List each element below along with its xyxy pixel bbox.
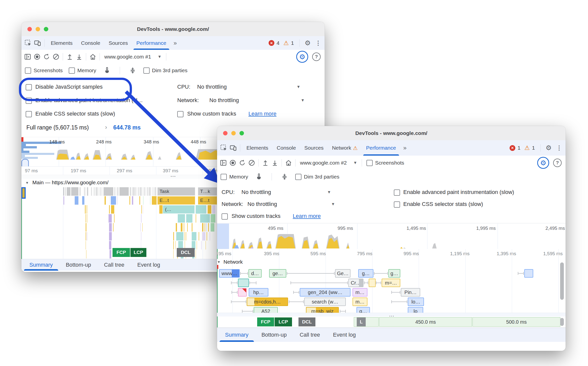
expander-icon[interactable]: ▼	[217, 260, 221, 264]
timing-badge-lcp[interactable]: LCP	[275, 317, 292, 326]
flame-segment[interactable]	[65, 187, 66, 196]
expander-icon[interactable]: ▼	[25, 181, 29, 185]
clear-icon[interactable]	[247, 158, 256, 168]
flame-segment[interactable]	[140, 223, 141, 232]
help-button[interactable]: ?	[553, 159, 562, 167]
flame-segment[interactable]	[113, 223, 114, 232]
cpu-throttle-select[interactable]: No throttling	[241, 189, 271, 195]
frames-scrollbar[interactable]	[560, 318, 564, 326]
flame-segment[interactable]	[75, 196, 79, 205]
flame-segment[interactable]	[196, 205, 207, 214]
timing-badge-fcp[interactable]: FCP	[257, 317, 274, 326]
selected-flame-event[interactable]	[21, 187, 26, 199]
memory-checkbox[interactable]	[221, 174, 227, 180]
flame-segment[interactable]	[116, 187, 117, 196]
error-count-icon[interactable]: ✕	[269, 40, 274, 46]
flame-segment[interactable]	[84, 187, 85, 196]
tab-sources[interactable]: Sources	[105, 36, 132, 50]
bottom-tab-summary[interactable]: Summary	[224, 328, 249, 342]
flame-segment[interactable]	[129, 196, 130, 205]
flame-segment[interactable]	[109, 214, 112, 223]
kebab-menu-icon[interactable]: ⋮	[555, 144, 566, 151]
save-profile-icon[interactable]	[270, 158, 280, 168]
live-metrics-icon[interactable]	[88, 52, 98, 61]
flame-segment[interactable]	[87, 214, 88, 223]
flame-segment[interactable]	[200, 214, 210, 223]
timing-badge-dcl[interactable]: DCL	[298, 317, 315, 326]
flame-segment[interactable]	[142, 223, 143, 232]
warning-count-icon[interactable]: ⚠	[525, 145, 530, 151]
tab-elements[interactable]: Elements	[242, 140, 273, 156]
flame-segment[interactable]	[67, 187, 71, 196]
flame-segment[interactable]	[87, 232, 87, 241]
flame-segment[interactable]	[211, 214, 216, 223]
target-selector[interactable]: www.google.com #1▼	[102, 54, 164, 60]
network-request[interactable]: m=…	[382, 279, 400, 287]
garbage-brush-icon[interactable]	[254, 172, 264, 182]
network-request[interactable]: g…	[358, 269, 373, 278]
full-range-breadcrumb[interactable]: Full range (5,607.15 ms)	[26, 124, 89, 131]
tab-console[interactable]: Console	[273, 140, 300, 156]
flame-segment[interactable]	[109, 205, 110, 214]
flame-segment[interactable]	[115, 187, 115, 196]
timing-badge-lcp[interactable]: LCP	[130, 248, 146, 257]
flame-segment[interactable]	[80, 187, 81, 196]
flame-segment[interactable]	[86, 241, 86, 249]
network-request[interactable]: m…	[353, 298, 367, 306]
network-request[interactable]: d…	[248, 269, 262, 278]
timing-badge-dcl[interactable]: DCL	[177, 248, 195, 257]
bottom-tab-bottom-up[interactable]: Bottom-up	[260, 328, 288, 342]
flame-segment[interactable]	[207, 232, 207, 241]
flame-segment[interactable]	[139, 196, 140, 205]
screenshots-toggle[interactable]: Screenshots	[366, 160, 404, 166]
flame-segment[interactable]	[105, 196, 106, 205]
more-tabs-chevron-icon[interactable]: »	[171, 40, 180, 47]
timing-badge-fcp[interactable]: FCP	[113, 248, 130, 257]
flame-segment[interactable]	[201, 241, 202, 249]
memory-checkbox[interactable]	[69, 67, 75, 74]
flame-segment[interactable]	[118, 187, 118, 196]
tab-sources[interactable]: Sources	[300, 140, 328, 156]
memory-toggle[interactable]: Memory	[221, 174, 248, 180]
flame-segment[interactable]	[71, 187, 79, 196]
capture-settings-button[interactable]: ⚙	[537, 157, 549, 169]
zoom-button[interactable]	[44, 27, 48, 31]
flame-segment[interactable]	[173, 250, 174, 258]
minimize-button[interactable]	[36, 27, 40, 31]
network-track-header[interactable]: ▼Network	[217, 259, 566, 265]
flame-segment[interactable]	[199, 232, 199, 241]
flame-segment[interactable]	[111, 205, 115, 214]
tab-performance[interactable]: Performance	[362, 140, 400, 156]
flame-segment[interactable]	[86, 214, 86, 223]
flame-segment[interactable]	[208, 205, 212, 214]
close-button[interactable]	[27, 27, 32, 31]
garbage-brush-icon[interactable]	[102, 66, 112, 75]
zoom-button[interactable]	[239, 131, 244, 135]
flame-segment[interactable]	[185, 232, 185, 241]
flame-segment[interactable]	[98, 187, 98, 196]
flame-segment[interactable]	[173, 232, 174, 241]
flame-segment[interactable]	[82, 196, 85, 205]
network-request[interactable]	[238, 279, 249, 287]
target-selector[interactable]: www.google.com #2▼	[297, 160, 360, 166]
flame-segment[interactable]	[202, 232, 206, 241]
tab-console[interactable]: Console	[77, 36, 105, 50]
network-request[interactable]	[238, 288, 247, 297]
settings-gear-icon[interactable]: ⚙	[302, 39, 314, 47]
cpu-caret-icon[interactable]: ▼	[327, 190, 331, 194]
flame-segment[interactable]	[63, 196, 64, 205]
flame-segment[interactable]	[109, 223, 112, 232]
frame-duration-bar[interactable]: 450.0 ms	[379, 317, 472, 327]
flame-segment[interactable]	[95, 187, 95, 196]
network-request[interactable]: m=sb_wiz	[306, 307, 339, 313]
flame-segment[interactable]	[117, 196, 118, 205]
flame-segment[interactable]	[208, 223, 209, 232]
bottom-tab-summary[interactable]: Summary	[28, 259, 54, 271]
network-request[interactable]: Ge…	[335, 269, 351, 278]
bottom-tab-event-log[interactable]: Event log	[136, 259, 161, 271]
flame-segment[interactable]	[141, 205, 142, 214]
network-request[interactable]: g…	[356, 307, 370, 313]
record-icon[interactable]	[228, 158, 237, 168]
flame-segment[interactable]	[141, 232, 142, 241]
frames-track[interactable]: Frames450.0 ms500.0 ms2 msFCPLCPDCLL	[217, 316, 566, 328]
